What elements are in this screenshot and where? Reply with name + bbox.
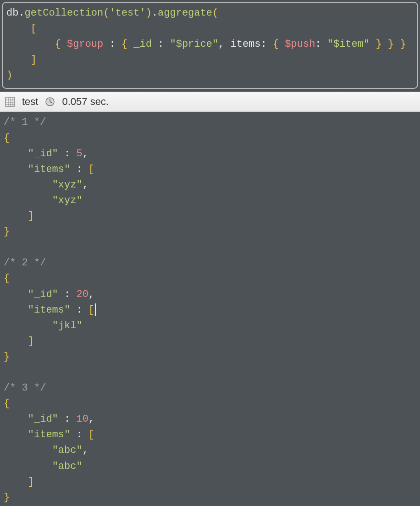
- code-token: [224, 38, 230, 50]
- code-token: :: [109, 38, 115, 50]
- result-comment: /* 3 */: [4, 382, 46, 394]
- grid-icon: [5, 96, 16, 107]
- code-token: [61, 38, 67, 50]
- bracket-open: [: [88, 429, 94, 440]
- brace-close: }: [4, 492, 10, 503]
- code-token: aggregate: [158, 7, 212, 19]
- result-key: "_id": [28, 289, 58, 300]
- clock-icon: [44, 96, 55, 107]
- result-item-value: "abc": [52, 461, 83, 472]
- code-token: :: [261, 38, 267, 50]
- brace-open: {: [4, 273, 10, 284]
- code-token: $group: [67, 38, 103, 50]
- result-item-value: "xyz": [52, 179, 83, 191]
- code-token: [164, 38, 170, 50]
- result-key: "_id": [28, 148, 58, 160]
- code-token: _id: [133, 38, 152, 50]
- code-token: [103, 38, 109, 50]
- code-token: [6, 23, 31, 34]
- code-token: }: [388, 38, 394, 50]
- result-item-value: "abc": [52, 445, 83, 456]
- code-token: db: [6, 7, 18, 19]
- collection-name: test: [22, 96, 38, 108]
- result-id-value: 20: [76, 289, 88, 300]
- code-token: [6, 54, 31, 66]
- code-token: {: [122, 38, 127, 50]
- code-token: [116, 38, 122, 50]
- code-token: [279, 38, 285, 50]
- code-token: getCollection: [25, 7, 104, 19]
- brace-open: {: [4, 398, 10, 409]
- result-key: "items": [28, 304, 70, 316]
- bracket-open: [: [88, 164, 94, 175]
- brace-close: }: [4, 226, 10, 237]
- code-token: (: [212, 7, 218, 19]
- brace-open: {: [4, 132, 10, 144]
- brace-close: }: [4, 351, 10, 363]
- code-token: [382, 38, 388, 50]
- code-token: $push: [285, 38, 315, 50]
- code-token: (: [103, 7, 109, 19]
- code-token: [127, 38, 133, 50]
- code-token: 'test': [109, 7, 145, 19]
- code-token: {: [55, 38, 61, 50]
- code-token: }: [400, 38, 406, 50]
- code-token: ]: [31, 54, 37, 66]
- result-comment: /* 1 */: [4, 116, 46, 128]
- result-key: "items": [28, 164, 70, 175]
- code-token: {: [273, 38, 279, 50]
- svg-rect-0: [6, 97, 15, 106]
- result-item-value: "xyz": [52, 195, 83, 206]
- status-bar: test 0.057 sec.: [0, 92, 420, 112]
- text-cursor: [95, 303, 96, 315]
- code-token: [6, 38, 55, 50]
- code-token: .: [18, 7, 24, 19]
- bracket-close: ]: [28, 336, 34, 347]
- code-token: "$price": [170, 38, 218, 50]
- code-token: [321, 38, 327, 50]
- result-id-value: 10: [76, 413, 88, 425]
- code-token: :: [158, 38, 164, 50]
- code-token: [394, 38, 400, 50]
- result-comment: /* 2 */: [4, 257, 46, 269]
- results-pane[interactable]: /* 1 */ { "_id" : 5, "items" : [ "xyz", …: [0, 112, 420, 506]
- bracket-close: ]: [28, 476, 34, 488]
- code-token: ): [146, 7, 152, 19]
- code-token: [267, 38, 273, 50]
- query-editor[interactable]: db.getCollection('test').aggregate( [ { …: [2, 2, 418, 89]
- code-token: [152, 38, 158, 50]
- bracket-close: ]: [28, 210, 34, 222]
- code-token: [: [31, 23, 37, 34]
- code-token: .: [152, 7, 158, 19]
- code-token: items: [231, 38, 261, 50]
- result-id-value: 5: [76, 148, 82, 160]
- code-token: :: [315, 38, 321, 50]
- result-key: "items": [28, 429, 70, 440]
- result-item-value: "jkl": [52, 320, 83, 331]
- code-token: ): [6, 70, 12, 81]
- bracket-open: [: [88, 304, 94, 316]
- code-token: }: [376, 38, 381, 50]
- code-token: "$item": [327, 38, 370, 50]
- code-token: [370, 38, 376, 50]
- execution-time: 0.057 sec.: [62, 96, 109, 108]
- code-token: ,: [218, 38, 224, 50]
- result-key: "_id": [28, 413, 58, 425]
